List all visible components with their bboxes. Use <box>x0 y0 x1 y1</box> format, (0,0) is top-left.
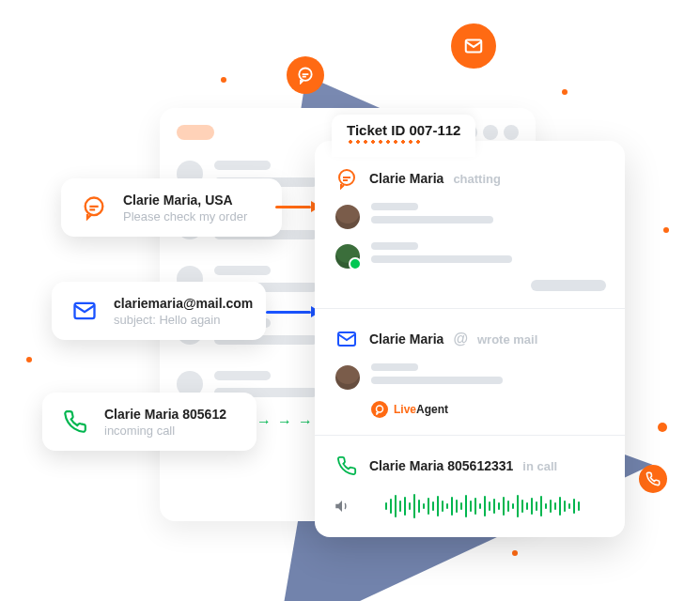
avatar <box>334 203 362 231</box>
card-title: Clarie Maria 805612 <box>104 407 226 422</box>
card-title: clariemaria@mail.com <box>114 296 253 311</box>
speaker-icon[interactable] <box>334 498 350 515</box>
card-subtitle: incoming call <box>104 424 226 438</box>
mail-icon <box>69 295 101 327</box>
card-mail[interactable]: clariemaria@mail.com subject: Hello agai… <box>52 282 266 340</box>
decor-dot <box>26 357 32 362</box>
card-subtitle: subject: Hello again <box>114 313 253 327</box>
svg-point-6 <box>377 406 383 412</box>
avatar <box>334 242 362 270</box>
decor-dot <box>663 227 669 233</box>
chat-icon <box>334 165 360 192</box>
underline-decor <box>347 140 422 144</box>
decor-dot <box>562 89 568 95</box>
avatar <box>334 363 362 392</box>
contact-name: Clarie Maria 805612331 <box>369 458 513 473</box>
status-label: wrote mail <box>477 332 537 347</box>
arrow-icon <box>266 306 320 317</box>
ticket-section-call: Clarie Maria 805612331 in call <box>315 436 625 537</box>
arrow-icon <box>275 201 320 212</box>
ticket-title: Ticket ID 007-112 <box>347 122 460 138</box>
ticket-tab[interactable]: Ticket ID 007-112 <box>332 115 475 157</box>
card-chat[interactable]: Clarie Maria, USA Please check my order <box>61 178 282 237</box>
at-icon: @ <box>453 331 468 347</box>
decor-dot <box>512 550 518 556</box>
ticket-section-chat: Clarie Maria chatting <box>315 141 625 309</box>
decor-dot <box>658 423 667 432</box>
phone-icon <box>639 465 667 493</box>
card-subtitle: Please check my order <box>123 209 247 223</box>
contact-name: Clarie Maria <box>369 171 443 186</box>
contact-name: Clarie Maria <box>369 331 443 347</box>
mail-icon <box>451 23 496 69</box>
chat-icon <box>287 56 324 94</box>
decor-dot <box>221 77 226 83</box>
card-title: Clarie Maria, USA <box>123 193 247 208</box>
status-label: in call <box>522 459 557 473</box>
phone-icon <box>334 453 360 479</box>
liveagent-brand: LiveAgent <box>371 401 606 418</box>
card-call[interactable]: Clarie Maria 805612 incoming call <box>42 393 257 451</box>
mail-icon <box>334 326 360 352</box>
phone-icon <box>59 406 91 438</box>
status-label: chatting <box>453 172 501 186</box>
waveform <box>360 492 606 520</box>
chat-icon <box>78 192 110 223</box>
ticket-section-mail: Clarie Maria @ wrote mail LiveAgent <box>315 309 625 436</box>
ticket-panel: Ticket ID 007-112 Clarie Maria chatting <box>315 141 625 537</box>
window-logo-placeholder <box>177 125 214 140</box>
chat-icon <box>371 401 388 418</box>
